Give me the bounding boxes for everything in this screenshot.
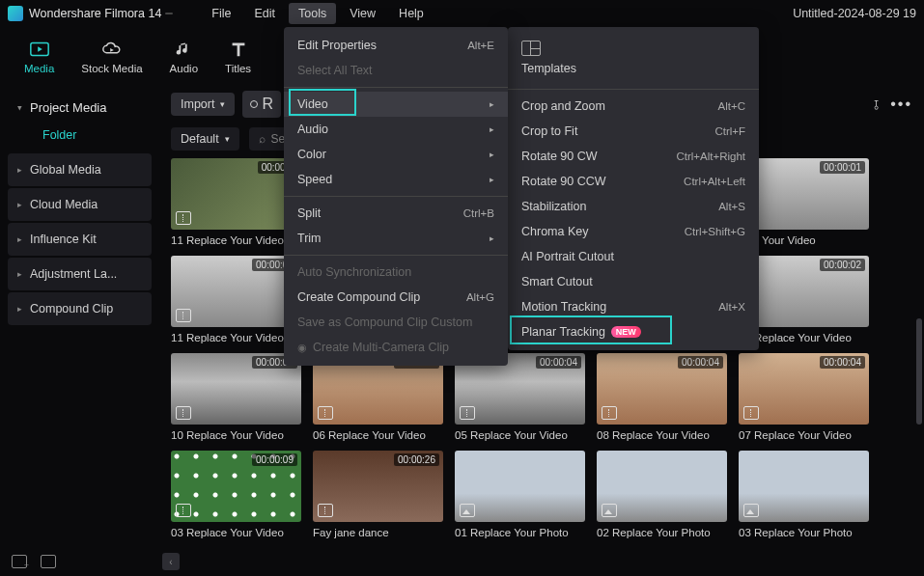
app-logo — [8, 6, 23, 21]
search-icon: ⌕ — [259, 132, 266, 146]
chevron-right-icon: ▸ — [490, 99, 494, 109]
sidebar-folder[interactable]: Folder — [8, 123, 152, 151]
import-button[interactable]: Import▾ — [171, 93, 235, 116]
sidebar-compound-clip[interactable]: ▸Compound Clip — [8, 292, 152, 325]
menu-rotate-cw[interactable]: Rotate 90 CWCtrl+Alt+Right — [508, 144, 759, 169]
media-card[interactable]: 00:00:0405 Replace Your Video — [455, 353, 585, 441]
card-label: 02 Replace Your Photo — [597, 527, 727, 538]
menu-crop-fit[interactable]: Crop to FitCtrl+F — [508, 119, 759, 144]
menu-ai-portrait[interactable]: AI Portrait Cutout — [508, 244, 759, 269]
menu-speed[interactable]: Speed▸ — [284, 167, 508, 192]
filter-icon[interactable]: ⫱ — [874, 96, 879, 113]
sort-dropdown[interactable]: Default▾ — [171, 127, 239, 151]
video-icon — [176, 406, 191, 420]
chevron-right-icon: ▸ — [17, 200, 22, 209]
music-icon — [172, 40, 195, 59]
card-label: 03 Replace Your Photo — [739, 527, 869, 538]
document-title: Untitled-2024-08-29 19 — [793, 7, 916, 20]
camera-icon: ◉ — [297, 342, 307, 354]
chevron-right-icon: ▸ — [490, 150, 494, 159]
menu-video[interactable]: Video▸ — [284, 92, 508, 117]
card-label: 07 Replace Your Video — [739, 429, 869, 441]
collapse-sidebar-button[interactable]: ‹ — [162, 553, 180, 570]
sidebar-influence-kit[interactable]: ▸Influence Kit — [8, 223, 152, 256]
video-icon — [460, 406, 475, 420]
media-card[interactable]: 00:00:211 Replace Your Video — [171, 158, 301, 246]
tab-audio[interactable]: Audio — [170, 40, 198, 74]
new-folder-button[interactable] — [12, 555, 27, 568]
menu-crop-zoom[interactable]: Crop and ZoomAlt+C — [508, 94, 759, 119]
tab-media[interactable]: Media — [24, 40, 54, 74]
thumbnail — [739, 451, 869, 522]
media-card[interactable]: 00:00:0408 Replace Your Video — [597, 353, 727, 441]
chevron-right-icon: ▸ — [17, 234, 22, 244]
duration-badge: 00:00:02 — [820, 259, 865, 271]
menu-motion-tracking[interactable]: Motion TrackingAlt+X — [508, 294, 759, 319]
menu-chroma-key[interactable]: Chroma KeyCtrl+Shift+G — [508, 219, 759, 244]
menu-select-all-text: Select All Text — [284, 58, 508, 83]
chevron-down-icon: ▾ — [220, 99, 225, 109]
menu-edit[interactable]: Edit — [245, 3, 286, 24]
sidebar-adjustment-layer[interactable]: ▸Adjustment La... — [8, 258, 152, 290]
media-card[interactable]: 00:00:0311 Replace Your Video — [171, 256, 301, 343]
media-card[interactable]: 00:00:0410 Replace Your Video — [171, 353, 301, 441]
video-icon — [318, 406, 333, 420]
scrollbar[interactable] — [916, 318, 922, 425]
cloud-media-icon — [100, 40, 124, 59]
duration-badge: 00:00:04 — [678, 356, 723, 369]
media-card[interactable]: 00:00:26Fay jane dance — [313, 451, 443, 538]
menu-audio[interactable]: Audio▸ — [284, 117, 508, 142]
menu-rotate-ccw[interactable]: Rotate 90 CCWCtrl+Alt+Left — [508, 169, 759, 194]
menu-view[interactable]: View — [340, 3, 385, 24]
menu-create-compound[interactable]: Create Compound ClipAlt+G — [284, 285, 508, 310]
menu-stabilization[interactable]: StabilizationAlt+S — [508, 194, 759, 219]
more-icon[interactable]: ••• — [890, 96, 912, 113]
thumbnail: 00:00:04 — [597, 353, 727, 425]
sidebar-global-media[interactable]: ▸Global Media — [8, 153, 152, 186]
tab-titles[interactable]: Titles — [225, 40, 251, 74]
separator — [284, 196, 508, 197]
templates-header[interactable]: Templates — [508, 33, 759, 85]
separator — [284, 87, 508, 88]
text-icon — [227, 40, 250, 59]
media-card[interactable]: 00:00:0407 Replace Your Video — [739, 353, 869, 441]
media-card[interactable]: 00:00:0406 Replace Your Video — [313, 353, 443, 441]
sidebar-project-media[interactable]: ▸Project Media — [8, 93, 152, 123]
media-icon — [28, 40, 51, 59]
photo-icon — [743, 504, 759, 517]
chevron-right-icon: ▸ — [17, 304, 22, 314]
tab-label: Stock Media — [81, 63, 142, 74]
menu-multicam: ◉Create Multi-Camera Clip — [284, 335, 508, 360]
menu-split[interactable]: SplitCtrl+B — [284, 201, 508, 226]
chevron-right-icon: ▸ — [490, 233, 494, 243]
menu-tools[interactable]: Tools — [289, 3, 336, 24]
record-button[interactable]: R — [242, 91, 281, 118]
media-card[interactable]: 01 Replace Your Photo — [455, 451, 585, 538]
menu-auto-sync: Auto Synchronization — [284, 260, 508, 285]
card-label: 08 Replace Your Video — [597, 429, 727, 441]
folder-button[interactable] — [41, 555, 56, 568]
app-title: Wondershare Filmora 14 — [29, 7, 161, 20]
separator — [284, 255, 508, 256]
media-card[interactable]: 00:00:0903 Replace Your Video — [171, 451, 301, 538]
menu-color[interactable]: Color▸ — [284, 142, 508, 167]
tab-label: Media — [24, 63, 54, 74]
card-label: 03 Replace Your Video — [171, 527, 301, 538]
thumbnail — [597, 451, 727, 522]
tab-stock-media[interactable]: Stock Media — [81, 40, 142, 74]
card-label: 06 Replace Your Video — [313, 429, 443, 441]
chevron-right-icon: ▸ — [490, 175, 494, 184]
chevron-down-icon: ▸ — [15, 105, 25, 110]
media-card[interactable]: 03 Replace Your Photo — [739, 451, 869, 538]
templates-icon — [521, 41, 541, 56]
tools-menu-dropdown: Edit PropertiesAlt+E Select All Text Vid… — [284, 27, 508, 366]
media-card[interactable]: 02 Replace Your Photo — [597, 451, 727, 538]
menu-planar-tracking[interactable]: Planar Tracking NEW — [508, 319, 759, 344]
menu-file[interactable]: File — [202, 3, 240, 24]
separator — [508, 89, 759, 90]
menu-edit-properties[interactable]: Edit PropertiesAlt+E — [284, 33, 508, 58]
menu-smart-cutout[interactable]: Smart Cutout — [508, 269, 759, 294]
menu-help[interactable]: Help — [389, 3, 434, 24]
menu-trim[interactable]: Trim▸ — [284, 226, 508, 251]
sidebar-cloud-media[interactable]: ▸Cloud Media — [8, 188, 152, 221]
